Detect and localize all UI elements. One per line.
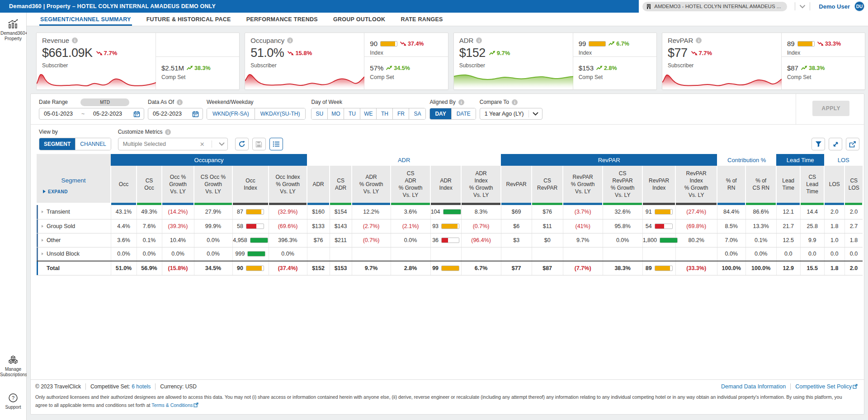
sparkline-chart xyxy=(662,72,782,89)
table-row-other[interactable]: Other3.6%0.1%10.4%0.0%4,958396.3%$76$211… xyxy=(37,233,863,247)
column-header[interactable]: ADR % Growth Vs. LY xyxy=(352,166,391,203)
tab-group-outlook[interactable]: GROUP OUTLOOK xyxy=(332,13,386,26)
column-header[interactable]: ADR Index % Growth Vs. LY xyxy=(461,166,501,203)
sidebar-item-support[interactable]: ? Support xyxy=(5,393,21,410)
chevron-down-icon[interactable] xyxy=(219,142,225,146)
column-header[interactable]: RevPAR % Growth Vs. LY xyxy=(563,166,603,203)
column-header[interactable]: CS Lead Time xyxy=(800,166,824,203)
table-cell: 12.1 xyxy=(776,205,800,219)
segment-name-cell[interactable]: Unsold Block xyxy=(37,247,111,261)
demand-data-link[interactable]: Demand Data Information xyxy=(721,383,786,390)
date-start[interactable]: 05-01-2023 xyxy=(39,111,77,117)
comp-set-link[interactable]: 6 hotels xyxy=(132,383,151,390)
column-header[interactable]: CS ADR xyxy=(330,166,352,203)
info-icon[interactable]: i xyxy=(177,99,183,105)
row-expand-caret-icon[interactable] xyxy=(42,210,43,213)
fullscreen-button[interactable] xyxy=(829,138,842,150)
aligned-by-date-button[interactable]: DATE xyxy=(452,108,476,119)
tab-performance-trends[interactable]: PERFORMANCE TRENDS xyxy=(245,13,319,26)
refresh-button[interactable] xyxy=(235,138,249,150)
column-header[interactable]: Occ Index % Growth Vs. LY xyxy=(269,166,307,203)
info-icon[interactable]: i xyxy=(512,99,518,105)
table-row-transient[interactable]: Transient43.1%49.3%(14.2%)27.9%87(32.9%)… xyxy=(37,205,863,219)
save-button[interactable] xyxy=(252,138,266,150)
apply-button[interactable]: APPLY xyxy=(812,101,849,116)
user-name-label[interactable]: Demo User xyxy=(819,3,850,10)
segment-name-cell[interactable]: Transient xyxy=(37,205,111,219)
date-end[interactable]: 05-22-2023 xyxy=(89,111,127,117)
view-by-segment-button[interactable]: SEGMENT xyxy=(39,138,75,150)
column-header[interactable]: Occ Index xyxy=(232,166,269,203)
column-header[interactable]: CS ADR % Growth Vs. LY xyxy=(391,166,430,203)
dow-button-we[interactable]: WE xyxy=(360,108,377,119)
export-button[interactable] xyxy=(846,138,859,150)
dow-button-th[interactable]: TH xyxy=(377,108,393,119)
info-icon[interactable]: i xyxy=(696,37,702,43)
chevron-down-icon[interactable] xyxy=(533,112,538,116)
row-expand-caret-icon[interactable] xyxy=(42,239,43,242)
table-cell xyxy=(532,247,563,261)
column-header[interactable]: CS LOS xyxy=(844,166,863,203)
filter-button-wkday-su-th-[interactable]: WKDAY(SU-TH) xyxy=(255,108,306,119)
index-cell-value: 99 xyxy=(432,265,439,271)
compare-to-select[interactable]: 1 Year Ago (LY) xyxy=(480,108,542,120)
column-header[interactable]: CS RevPAR % Growth Vs. LY xyxy=(603,166,642,203)
calendar-icon[interactable] xyxy=(192,111,199,117)
tab-future-historical-pace[interactable]: FUTURE & HISTORICAL PACE xyxy=(146,13,232,26)
column-header[interactable]: Lead Time xyxy=(776,166,800,203)
customize-metrics-select[interactable]: Multiple Selected ✕ xyxy=(118,138,228,150)
segment-name-cell[interactable]: Group Sold xyxy=(37,219,111,233)
column-header[interactable]: CS RevPAR xyxy=(532,166,563,203)
list-view-button[interactable] xyxy=(269,138,283,150)
column-header[interactable]: RevPAR Index % Growth Vs. LY xyxy=(675,166,717,203)
column-header[interactable]: CS Occ xyxy=(137,166,162,203)
sidebar-item-demand360-property[interactable]: Demand360+ Property xyxy=(0,19,26,42)
column-header[interactable]: LOS xyxy=(824,166,844,203)
clear-icon[interactable]: ✕ xyxy=(200,141,205,148)
info-icon[interactable]: i xyxy=(165,129,171,135)
table-row-group-sold[interactable]: Group Sold4.4%7.6%(39.3%)99.9%58(69.6%)$… xyxy=(37,219,863,233)
table-cell: 999 xyxy=(232,247,269,261)
segment-name-cell[interactable]: Other xyxy=(37,233,111,247)
column-header[interactable]: Occ xyxy=(111,166,137,203)
dow-button-mo[interactable]: MO xyxy=(328,108,344,119)
column-header[interactable]: Occ % Growth Vs. LY xyxy=(162,166,194,203)
column-header[interactable]: ADR xyxy=(307,166,330,203)
tab-segment-channel-summary[interactable]: SEGMENT/CHANNEL SUMMARY xyxy=(39,13,132,26)
calendar-icon[interactable] xyxy=(133,111,140,117)
column-header[interactable]: RevPAR Index xyxy=(642,166,675,203)
dow-button-tu[interactable]: TU xyxy=(344,108,360,119)
column-header[interactable]: CS Occ % Growth Vs. LY xyxy=(194,166,232,203)
avatar[interactable]: DU xyxy=(854,1,864,11)
filter-button-wknd-fr-sa-[interactable]: WKND(FR-SA) xyxy=(207,108,255,119)
column-header[interactable]: ADR Index xyxy=(430,166,461,203)
info-icon[interactable]: i xyxy=(72,37,78,43)
sidebar-item-manage-subscriptions[interactable]: Manage Subscriptions xyxy=(0,355,26,378)
dow-button-fr[interactable]: FR xyxy=(393,108,409,119)
info-icon[interactable]: i xyxy=(476,37,482,43)
column-header[interactable]: % of CS RN xyxy=(745,166,776,203)
comp-set-policy-link[interactable]: Competitive Set Policy xyxy=(795,383,858,390)
table-row-unsold-block[interactable]: Unsold Block0.0%0.0%0.0%0.0%9990.0%0.0%0… xyxy=(37,247,863,261)
data-as-of-input[interactable]: 05-22-2023 xyxy=(148,108,203,120)
mtd-badge[interactable]: MTD xyxy=(80,98,129,106)
info-icon[interactable]: i xyxy=(458,99,464,105)
column-header[interactable]: RevPAR xyxy=(501,166,532,203)
table-cell: 0.0% xyxy=(111,247,137,261)
chevron-down-icon[interactable] xyxy=(799,5,806,9)
expand-link[interactable]: EXPAND xyxy=(43,189,68,195)
filter-table-button[interactable] xyxy=(811,138,825,150)
dow-button-su[interactable]: SU xyxy=(311,108,328,119)
info-icon[interactable]: i xyxy=(287,37,293,43)
terms-link[interactable]: Terms & Conditions xyxy=(151,402,198,408)
column-header[interactable]: % of RN xyxy=(717,166,745,203)
aligned-by-day-button[interactable]: DAY xyxy=(430,108,451,119)
tab-rate-ranges[interactable]: RATE RANGES xyxy=(400,13,443,26)
view-by-channel-button[interactable]: CHANNEL xyxy=(75,138,110,150)
date-range-input[interactable]: 05-01-2023~05-22-2023 xyxy=(39,108,144,120)
table-cell: 49.3% xyxy=(137,205,162,219)
row-expand-caret-icon[interactable] xyxy=(42,225,43,228)
dow-button-sa[interactable]: SA xyxy=(409,108,425,119)
row-expand-caret-icon[interactable] xyxy=(42,252,43,255)
property-selector[interactable]: AMDEMO3 - HOTEL COLYN INTERNAL AMADEUS .… xyxy=(642,2,787,11)
